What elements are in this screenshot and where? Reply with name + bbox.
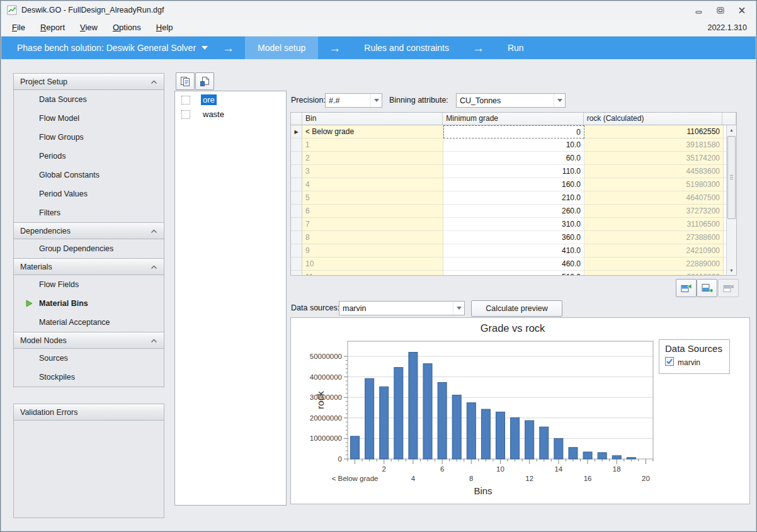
cell-bin[interactable]: < Below grade	[302, 125, 443, 139]
sidebar-item-flow-model[interactable]: Flow Model	[14, 109, 164, 128]
table-row[interactable]: 4160.051980300	[291, 178, 736, 191]
minimize-button[interactable]	[691, 5, 707, 16]
scroll-down-icon[interactable]: ▼	[727, 266, 736, 275]
menu-options[interactable]: Options	[105, 20, 149, 35]
add-row-button[interactable]	[697, 279, 717, 297]
cell-rock-calculated[interactable]: 46407500	[584, 191, 724, 205]
cell-bin[interactable]: 6	[302, 205, 443, 218]
cell-minimum-grade[interactable]: 410.0	[443, 244, 584, 258]
table-row[interactable]: 6260.037273200	[291, 205, 736, 218]
cell-minimum-grade[interactable]: 10.0	[443, 139, 584, 152]
sidebar-item-flow-groups[interactable]: Flow Groups	[14, 128, 164, 147]
cell-bin[interactable]: 5	[302, 191, 443, 205]
sidebar-group-materials[interactable]: Materials	[14, 258, 164, 275]
cell-minimum-grade[interactable]: 460.0	[443, 258, 584, 271]
copy-material-button[interactable]	[176, 72, 195, 90]
cell-minimum-grade[interactable]: 60.0	[443, 152, 584, 165]
cell-minimum-grade[interactable]: 310.0	[443, 218, 584, 231]
cell-bin[interactable]: 7	[302, 218, 443, 231]
cell-rock-calculated[interactable]: 22889000	[584, 258, 724, 271]
cell-rock-calculated[interactable]: 31106500	[584, 218, 724, 231]
data-sources-combo[interactable]: marvin	[339, 301, 465, 315]
menu-file[interactable]: File	[4, 20, 33, 35]
sidebar-item-group-dependencies[interactable]: Group Dependencies	[14, 239, 164, 258]
column-header-rock-calculated[interactable]: rock (Calculated)	[584, 113, 722, 125]
cell-bin[interactable]: 3	[302, 165, 443, 178]
delete-row-button[interactable]	[718, 279, 739, 297]
cell-minimum-grade[interactable]: 360.0	[443, 231, 584, 244]
table-row[interactable]: 5210.046407500	[291, 191, 736, 205]
step-run[interactable]: Run	[495, 37, 537, 59]
sidebar-item-period-values[interactable]: Period Values	[14, 184, 164, 203]
precision-combo[interactable]: #.#	[325, 93, 382, 108]
table-row[interactable]: 11510.020116300	[291, 271, 736, 276]
cell-rock-calculated[interactable]: 20116300	[584, 271, 724, 276]
column-header-minimum-grade[interactable]: Minimum grade	[443, 113, 583, 125]
sidebar-item-material-acceptance[interactable]: Material Acceptance	[14, 313, 164, 332]
cell-rock-calculated[interactable]: 51980300	[584, 178, 724, 191]
table-row[interactable]: 8360.027388600	[291, 231, 736, 244]
cell-bin[interactable]: 11	[302, 271, 443, 276]
cell-bin[interactable]: 9	[302, 244, 443, 258]
validation-errors-header[interactable]: Validation Errors	[14, 404, 164, 421]
tree-expander-icon[interactable]	[181, 96, 190, 105]
paste-material-button[interactable]	[195, 72, 214, 90]
sidebar-item-periods[interactable]: Periods	[14, 147, 164, 166]
insert-row-button[interactable]	[676, 279, 697, 297]
sidebar-group-dependencies[interactable]: Dependencies	[14, 222, 164, 239]
close-button[interactable]	[734, 5, 749, 16]
sidebar-group-model-nodes[interactable]: Model Nodes	[14, 332, 164, 349]
cell-minimum-grade[interactable]: 160.0	[443, 178, 584, 191]
table-row[interactable]: 3110.044583600	[291, 165, 736, 178]
sidebar-item-data-sources[interactable]: Data Sources	[14, 90, 164, 109]
cell-rock-calculated[interactable]: 39181580	[584, 139, 724, 152]
cell-minimum-grade[interactable]: 510.0	[443, 271, 584, 276]
table-row[interactable]: 9410.024210900	[291, 244, 736, 258]
calculate-preview-button[interactable]: Calculate preview	[471, 300, 562, 317]
checkbox-checked-icon[interactable]	[665, 357, 674, 368]
menu-view[interactable]: View	[72, 20, 105, 35]
sidebar-group-project-setup[interactable]: Project Setup	[14, 74, 164, 90]
dropdown-arrow-icon[interactable]	[370, 94, 382, 107]
cell-minimum-grade[interactable]: 110.0	[443, 165, 584, 178]
cell-rock-calculated[interactable]: 11062550	[584, 125, 724, 139]
cell-minimum-grade[interactable]: 260.0	[443, 205, 584, 218]
list-item-ore[interactable]: ore	[175, 93, 286, 106]
list-item-waste[interactable]: waste	[175, 108, 286, 120]
binning-attribute-combo[interactable]: CU_Tonnes	[456, 93, 566, 108]
cell-bin[interactable]: 8	[302, 231, 443, 244]
step-model-setup[interactable]: Model setup	[245, 37, 318, 59]
cell-bin[interactable]: 10	[302, 258, 443, 271]
cell-bin[interactable]: 1	[302, 139, 443, 152]
cell-rock-calculated[interactable]: 35174200	[584, 152, 724, 165]
sidebar-item-flow-fields[interactable]: Flow Fields	[14, 275, 164, 294]
cell-minimum-grade[interactable]: 210.0	[443, 191, 584, 205]
step-rules-and-constraints[interactable]: Rules and constraints	[351, 37, 462, 59]
cell-bin[interactable]: 2	[302, 152, 443, 165]
table-vertical-scrollbar[interactable]: ▲▼	[726, 125, 736, 275]
table-row[interactable]: 10460.022889000	[291, 258, 736, 271]
cell-rock-calculated[interactable]: 44583600	[584, 165, 724, 178]
solution-selector[interactable]: Phase bench solution: Deswik General Sol…	[1, 37, 212, 59]
scrollbar-thumb[interactable]	[727, 136, 736, 219]
cell-bin[interactable]: 4	[302, 178, 443, 191]
menu-report[interactable]: Report	[33, 20, 72, 35]
sidebar-item-global-constants[interactable]: Global Constants	[14, 166, 164, 184]
table-row[interactable]: ▶< Below grade011062550	[291, 125, 736, 139]
cell-rock-calculated[interactable]: 37273200	[584, 205, 724, 218]
dropdown-arrow-icon[interactable]	[453, 302, 464, 315]
maximize-button[interactable]	[712, 5, 728, 16]
legend-entry-marvin[interactable]: marvin	[665, 357, 729, 368]
table-row[interactable]: 260.035174200	[291, 152, 736, 165]
tree-expander-icon[interactable]	[181, 110, 190, 119]
sidebar-item-stockpiles[interactable]: Stockpiles	[14, 368, 164, 387]
sidebar-item-material-bins[interactable]: Material Bins	[14, 294, 164, 313]
cell-minimum-grade[interactable]: 0	[443, 125, 584, 139]
table-row[interactable]: 7310.031106500	[291, 218, 736, 231]
cell-rock-calculated[interactable]: 24210900	[584, 244, 724, 258]
cell-rock-calculated[interactable]: 27388600	[584, 231, 724, 244]
scroll-up-icon[interactable]: ▲	[727, 125, 736, 135]
menu-help[interactable]: Help	[149, 20, 181, 35]
dropdown-arrow-icon[interactable]	[554, 94, 565, 107]
sidebar-item-sources[interactable]: Sources	[14, 349, 164, 368]
